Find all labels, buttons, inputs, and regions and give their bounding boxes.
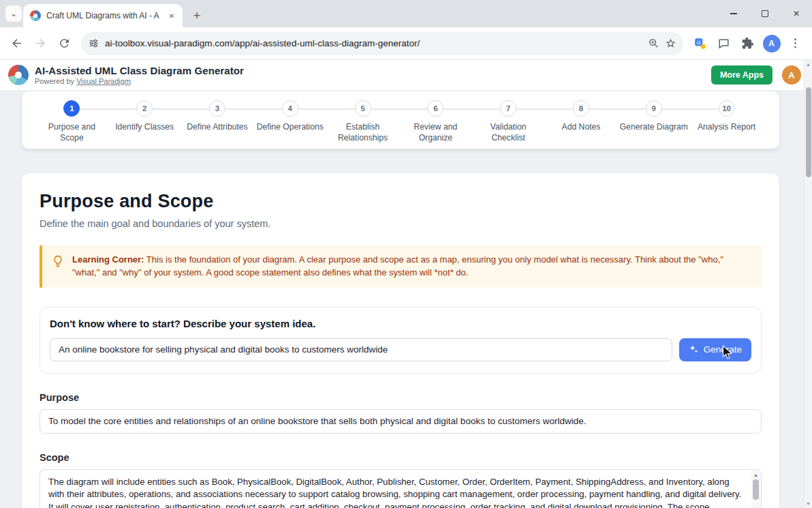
system-idea-heading: Don't know where to start? Describe your… xyxy=(50,318,751,329)
scope-textarea[interactable]: The diagram will include entities such a… xyxy=(40,469,762,508)
sparkles-icon xyxy=(689,344,699,355)
reload-icon xyxy=(58,37,71,50)
stepper-step-purpose-and-scope[interactable]: 1 Purpose and Scope xyxy=(35,100,108,149)
browser-toolbar: ai-toolbox.visual-paradigm.com/app/ai-as… xyxy=(0,27,812,60)
generate-button[interactable]: Generate xyxy=(679,338,751,361)
learning-corner-label: Learning Corner: xyxy=(72,254,144,265)
forward-button[interactable] xyxy=(29,32,52,55)
site-info-tune-icon[interactable] xyxy=(88,38,99,49)
lightbulb-icon xyxy=(51,254,65,268)
back-icon xyxy=(10,37,23,50)
extensions-puzzle-icon xyxy=(741,37,754,50)
stepper-step-define-operations[interactable]: 4 Define Operations xyxy=(253,100,326,149)
chat-sidebar-button[interactable] xyxy=(713,32,735,55)
step-number: 10 xyxy=(719,100,735,117)
purpose-input[interactable] xyxy=(40,409,762,434)
scope-scroll-up-icon[interactable]: ▲ xyxy=(753,473,758,477)
step-number: 7 xyxy=(500,100,516,117)
step-label: Define Operations xyxy=(257,121,324,132)
stepper-step-review-and-organize[interactable]: 6 Review and Organize xyxy=(399,100,472,149)
step-label: Add Notes xyxy=(562,121,601,132)
browser-profile-button[interactable]: A xyxy=(760,32,783,55)
tab-search-chevron-icon[interactable]: ⌄ xyxy=(5,5,22,22)
system-idea-box: Don't know where to start? Describe your… xyxy=(40,307,762,374)
step-number: 1 xyxy=(63,100,80,117)
tab-title: Craft UML Diagrams with AI - A xyxy=(46,11,161,20)
purpose-label: Purpose xyxy=(40,392,762,403)
stepper: 1 Purpose and Scope 2 Identify Classes 3… xyxy=(22,91,779,149)
browser-menu-button[interactable] xyxy=(784,32,807,55)
stepper-step-establish-relationships[interactable]: 5 Establish Relationships xyxy=(326,100,399,149)
step-label: Validation Checklist xyxy=(473,121,544,143)
stepper-step-analysis-report[interactable]: 10 Analysis Report xyxy=(690,100,763,149)
learning-corner-body: This is the foundation of your diagram. … xyxy=(72,254,723,278)
step-label: Define Attributes xyxy=(187,121,247,132)
page-scrollbar[interactable]: ▲ ▼ xyxy=(804,60,812,508)
step-number: 8 xyxy=(573,100,589,117)
learning-corner-callout: Learning Corner: This is the foundation … xyxy=(40,245,762,288)
extensions-button[interactable] xyxy=(736,32,759,55)
step-number: 5 xyxy=(355,100,371,117)
bookmark-star-icon[interactable] xyxy=(665,38,676,49)
three-dots-menu-icon xyxy=(789,37,802,50)
reload-button[interactable] xyxy=(53,32,76,55)
browser-tab[interactable]: Craft UML Diagrams with AI - A ✕ xyxy=(23,4,183,27)
tab-favicon-icon xyxy=(30,10,41,21)
tab-close-icon[interactable]: ✕ xyxy=(166,10,177,21)
main-content-card: Purpose and Scope Define the main goal a… xyxy=(22,173,779,508)
scope-scrollbar[interactable]: ▲ xyxy=(751,470,760,508)
step-label: Review and Organize xyxy=(400,121,471,143)
app-logo-icon xyxy=(8,65,29,85)
powered-by: Powered by Visual Paradigm xyxy=(35,77,244,85)
zoom-icon[interactable] xyxy=(648,38,659,49)
url-bar[interactable]: ai-toolbox.visual-paradigm.com/app/ai-as… xyxy=(81,32,683,55)
stepper-step-validation-checklist[interactable]: 7 Validation Checklist xyxy=(472,100,545,149)
stepper-step-add-notes[interactable]: 8 Add Notes xyxy=(545,100,618,149)
user-avatar[interactable]: A xyxy=(782,65,801,85)
page-subtitle: Define the main goal and boundaries of y… xyxy=(40,218,762,229)
scope-label: Scope xyxy=(40,452,762,463)
step-number: 9 xyxy=(646,100,662,117)
new-tab-button[interactable]: + xyxy=(188,6,206,24)
forward-icon xyxy=(34,37,47,50)
step-label: Establish Relationships xyxy=(328,121,399,143)
window-controls: ✕ xyxy=(718,0,812,27)
learning-corner-text: Learning Corner: This is the foundation … xyxy=(72,254,751,280)
system-idea-input[interactable] xyxy=(50,338,672,361)
system-idea-row: Generate xyxy=(50,338,751,361)
stepper-step-define-attributes[interactable]: 3 Define Attributes xyxy=(181,100,254,149)
step-label: Generate Diagram xyxy=(620,121,688,132)
step-number: 4 xyxy=(282,100,298,117)
step-number: 3 xyxy=(209,100,225,117)
step-number: 2 xyxy=(136,100,153,117)
stepper-step-identify-classes[interactable]: 2 Identify Classes xyxy=(108,100,181,149)
window-minimize-button[interactable] xyxy=(718,0,749,27)
visual-paradigm-link[interactable]: Visual Paradigm xyxy=(76,77,131,85)
stepper-step-generate-diagram[interactable]: 9 Generate Diagram xyxy=(617,100,690,149)
colored-extension-button[interactable]: G xyxy=(689,32,711,55)
step-label: Analysis Report xyxy=(698,121,755,132)
app-title: AI-Assisted UML Class Diagram Generator xyxy=(35,65,244,76)
step-label: Identify Classes xyxy=(115,121,174,132)
scrollbar-up-icon[interactable]: ▲ xyxy=(805,62,812,67)
scope-field-wrapper: The diagram will include entities such a… xyxy=(40,469,762,508)
scrollbar-down-icon[interactable]: ▼ xyxy=(805,501,812,506)
app-header-text: AI-Assisted UML Class Diagram Generator … xyxy=(35,65,244,85)
page-scrollbar-thumb[interactable] xyxy=(806,87,811,177)
powered-by-text: Powered by xyxy=(35,77,74,85)
colored-extension-icon: G xyxy=(693,37,706,50)
svg-text:G: G xyxy=(697,40,701,46)
page-title: Purpose and Scope xyxy=(40,191,762,212)
url-text: ai-toolbox.visual-paradigm.com/app/ai-as… xyxy=(105,38,642,48)
minimize-icon xyxy=(730,13,737,14)
browser-tabstrip: ⌄ Craft UML Diagrams with AI - A ✕ + ✕ xyxy=(0,0,812,27)
more-apps-button[interactable]: More Apps xyxy=(711,65,772,85)
maximize-icon xyxy=(762,10,768,17)
back-button[interactable] xyxy=(5,32,28,55)
window-close-button[interactable]: ✕ xyxy=(781,0,812,27)
app-header: AI-Assisted UML Class Diagram Generator … xyxy=(0,60,812,90)
scope-scrollbar-thumb[interactable] xyxy=(753,479,759,500)
step-number: 6 xyxy=(427,100,443,117)
chat-bubble-icon xyxy=(717,37,730,50)
window-maximize-button[interactable] xyxy=(749,0,781,27)
